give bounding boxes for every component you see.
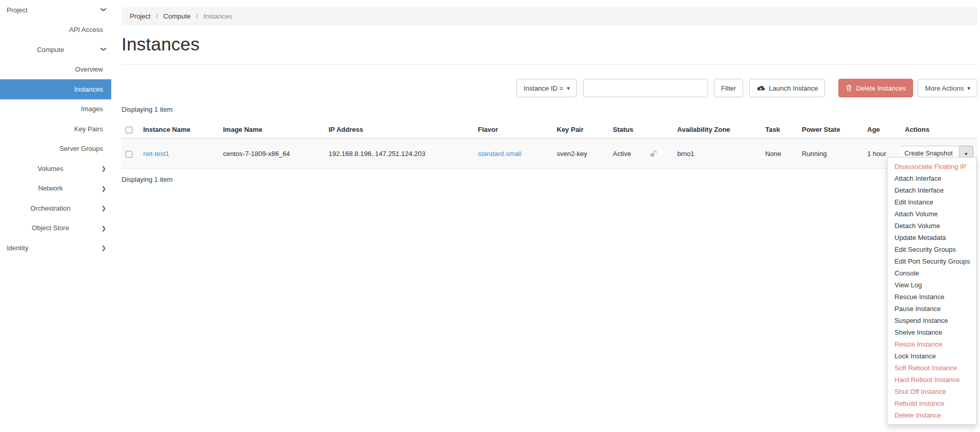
item-count-top: Displaying 1 item — [122, 106, 977, 113]
sidebar-item-label: Overview — [75, 65, 103, 73]
menu-item-attach-interface[interactable]: Attach Interface — [887, 172, 976, 184]
menu-item-delete-instance[interactable]: Delete Instance — [887, 409, 976, 421]
menu-item-disassociate-floating-ip[interactable]: Disassociate Floating IP — [887, 161, 976, 172]
chevron-right-icon: ❯ — [101, 225, 106, 231]
sidebar-item-label: Object Store — [32, 224, 69, 232]
menu-item-rescue-instance[interactable]: Rescue Instance — [887, 291, 976, 303]
menu-item-resize-instance[interactable]: Resize Instance — [887, 338, 976, 350]
chevron-down-icon: ❯ — [101, 47, 107, 51]
breadcrumb-compute[interactable]: Compute — [163, 12, 191, 20]
power-state-cell: Running — [798, 139, 863, 169]
more-actions-button[interactable]: More Actions ▾ — [918, 79, 977, 97]
filter-field-label: Instance ID = — [524, 84, 563, 92]
menu-item-rebuild-instance[interactable]: Rebuild Instance — [887, 398, 976, 409]
sidebar-item-server-groups[interactable]: Server Groups — [0, 139, 111, 159]
menu-item-edit-instance[interactable]: Edit Instance — [887, 196, 976, 208]
sidebar-item-api-access[interactable]: API Access — [0, 20, 111, 40]
col-header-actions: Actions — [901, 121, 977, 139]
filter-field-dropdown[interactable]: Instance ID = ▾ — [517, 79, 577, 97]
col-header-age: Age — [863, 121, 901, 139]
sidebar-item-instances[interactable]: Instances — [0, 79, 111, 99]
menu-item-view-log[interactable]: View Log — [887, 279, 976, 291]
breadcrumb-project[interactable]: Project — [130, 12, 150, 20]
chevron-right-icon: ❯ — [101, 166, 106, 171]
sidebar-item-label: Network — [38, 184, 63, 192]
caret-down-icon: ▾ — [967, 85, 970, 92]
breadcrumb-instances: Instances — [203, 12, 232, 20]
col-header-key-pair: Key Pair — [553, 121, 609, 139]
instance-name-link[interactable]: net-test1 — [143, 150, 169, 158]
sidebar-item-label: Compute — [37, 46, 64, 54]
sidebar-item-project[interactable]: Project ❯ — [0, 0, 111, 20]
flavor-link[interactable]: standard.small — [478, 150, 522, 158]
chevron-down-icon: ❯ — [101, 7, 107, 12]
task-cell: None — [761, 139, 798, 169]
col-header-flavor: Flavor — [474, 121, 553, 139]
col-header-ip-address: IP Address — [324, 121, 474, 139]
chevron-right-icon: ❯ — [101, 185, 106, 191]
menu-item-attach-volume[interactable]: Attach Volume — [887, 208, 976, 220]
sidebar-item-key-pairs[interactable]: Key Pairs — [0, 119, 111, 139]
instances-table: Instance Name Image Name IP Address Flav… — [122, 121, 977, 169]
unlock-icon — [649, 150, 657, 158]
delete-instances-button[interactable]: Delete Instances — [838, 79, 913, 97]
availability-zone-cell: brno1 — [673, 139, 761, 169]
menu-item-pause-instance[interactable]: Pause Instance — [887, 303, 976, 315]
breadcrumb: Project / Compute / Instances — [122, 7, 977, 26]
menu-item-hard-reboot-instance[interactable]: Hard Reboot Instance — [887, 374, 976, 386]
launch-instance-button[interactable]: Launch Instance — [749, 79, 825, 97]
sidebar-item-label: Images — [81, 105, 103, 113]
launch-instance-label: Launch Instance — [769, 84, 818, 92]
menu-item-console[interactable]: Console — [887, 267, 976, 279]
sidebar-item-orchestration[interactable]: Orchestration ❯ — [0, 198, 111, 218]
sidebar-item-label: Orchestration — [30, 204, 71, 212]
page-title: Instances — [122, 34, 977, 55]
sidebar-item-label: Project — [7, 6, 27, 14]
sidebar-item-label: Server Groups — [59, 145, 103, 152]
col-header-task: Task — [761, 121, 798, 139]
sidebar-item-network[interactable]: Network ❯ — [0, 179, 111, 199]
sidebar-item-label: Instances — [74, 85, 103, 93]
filter-button[interactable]: Filter — [714, 79, 743, 97]
col-header-power-state: Power State — [798, 121, 863, 139]
sidebar-item-images[interactable]: Images — [0, 99, 111, 119]
ip-address-cell: 192.168.8.196, 147.251.124.203 — [324, 139, 474, 169]
breadcrumb-separator: / — [196, 12, 198, 20]
menu-item-detach-volume[interactable]: Detach Volume — [887, 220, 976, 232]
filter-search-input[interactable] — [583, 79, 708, 97]
image-name-cell: centos-7-1809-x86_64 — [219, 139, 324, 169]
menu-item-update-metadata[interactable]: Update Metadata — [887, 232, 976, 244]
sidebar-item-compute[interactable]: Compute ❯ — [0, 40, 111, 60]
menu-item-edit-security-groups[interactable]: Edit Security Groups — [887, 244, 976, 255]
sidebar-nav: Project ❯ API Access Compute ❯ Overview … — [0, 0, 111, 432]
menu-item-soft-reboot-instance[interactable]: Soft Reboot Instance — [887, 362, 976, 374]
status-value: Active — [613, 150, 631, 158]
menu-item-shelve-instance[interactable]: Shelve Instance — [887, 326, 976, 338]
title-divider — [122, 64, 977, 65]
instance-actions-menu: Disassociate Floating IP Attach Interfac… — [887, 157, 977, 425]
caret-down-icon: ▾ — [567, 85, 570, 92]
col-header-status: Status — [609, 121, 673, 139]
menu-item-lock-instance[interactable]: Lock Instance — [887, 350, 976, 362]
row-checkbox[interactable] — [126, 151, 132, 158]
menu-item-shut-off-instance[interactable]: Shut Off Instance — [887, 386, 976, 398]
col-header-availability-zone: Availability Zone — [673, 121, 761, 139]
menu-item-detach-interface[interactable]: Detach Interface — [887, 184, 976, 196]
sidebar-item-identity[interactable]: Identity ❯ — [0, 238, 111, 258]
chevron-right-icon: ❯ — [101, 205, 106, 211]
col-header-image-name: Image Name — [219, 121, 324, 139]
sidebar-item-label: Identity — [7, 244, 28, 252]
cloud-upload-icon — [757, 84, 765, 92]
chevron-right-icon: ❯ — [101, 245, 106, 251]
table-toolbar: Instance ID = ▾ Filter Launch Instance D… — [122, 79, 977, 97]
sidebar-item-object-store[interactable]: Object Store ❯ — [0, 218, 111, 238]
menu-item-suspend-instance[interactable]: Suspend Instance — [887, 315, 976, 326]
col-header-instance-name: Instance Name — [139, 121, 219, 139]
trash-icon — [846, 84, 852, 92]
sidebar-item-label: Volumes — [38, 165, 63, 172]
more-actions-label: More Actions — [925, 84, 964, 92]
menu-item-edit-port-security-groups[interactable]: Edit Port Security Groups — [887, 255, 976, 267]
sidebar-item-volumes[interactable]: Volumes ❯ — [0, 159, 111, 179]
select-all-checkbox[interactable] — [126, 127, 132, 133]
sidebar-item-overview[interactable]: Overview — [0, 60, 111, 80]
